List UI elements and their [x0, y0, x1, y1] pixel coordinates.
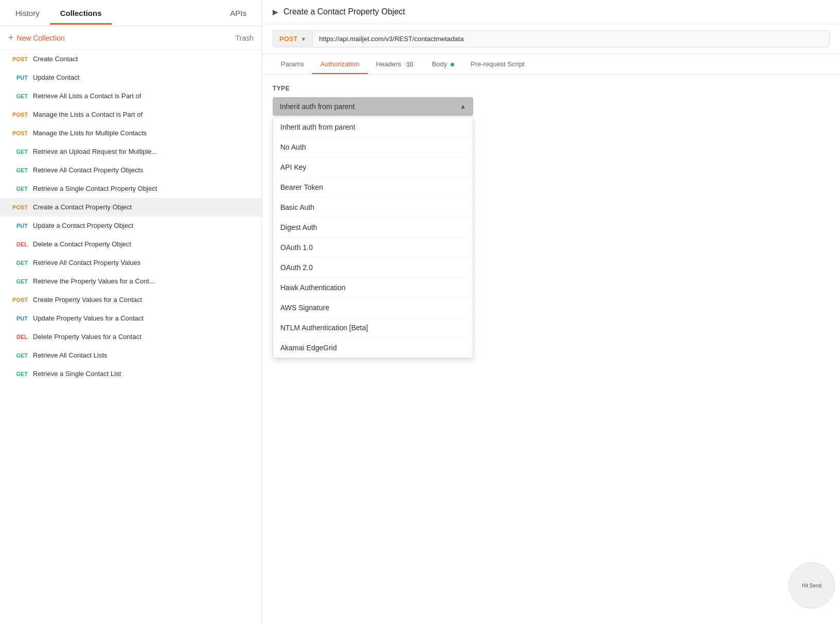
auth-option[interactable]: AWS Signature — [273, 298, 473, 318]
top-tabs: History Collections APIs — [0, 0, 262, 26]
item-name: Retrieve the Property Values for a Cont.… — [33, 277, 155, 285]
url-input[interactable] — [312, 30, 830, 47]
dropdown-arrow-icon: ▲ — [460, 103, 466, 110]
list-item[interactable]: POST Create a Contact Property Object — [0, 198, 262, 217]
right-panel: ▶ Create a Contact Property Object POST … — [262, 0, 840, 624]
method-selector[interactable]: POST ▼ — [273, 30, 312, 47]
tab-headers[interactable]: Headers 10 — [368, 54, 424, 74]
tab-collections[interactable]: Collections — [50, 2, 112, 25]
tab-body[interactable]: Body — [424, 54, 462, 74]
item-name: Update a Contact Property Object — [33, 222, 133, 229]
auth-option[interactable]: Hawk Authentication — [273, 278, 473, 298]
list-item[interactable]: GET Retrieve All Contact Lists — [0, 346, 262, 365]
method-badge: POST — [8, 112, 28, 118]
item-name: Retrieve All Lists a Contact is Part of — [33, 92, 141, 100]
list-item[interactable]: POST Manage the Lists for Multiple Conta… — [0, 124, 262, 142]
page-title: Create a Contact Property Object — [283, 7, 405, 16]
auth-option[interactable]: OAuth 1.0 — [273, 238, 473, 258]
list-item[interactable]: POST Create Contact — [0, 50, 262, 68]
list-item[interactable]: GET Retrieve an Upload Request for Multi… — [0, 142, 262, 161]
auth-option[interactable]: Bearer Token — [273, 177, 473, 198]
list-item[interactable]: GET Retrieve All Contact Property Values — [0, 254, 262, 272]
plus-icon: + — [8, 32, 14, 43]
list-item[interactable]: GET Retrieve a Single Contact List — [0, 365, 262, 383]
item-name: Retrieve All Contact Lists — [33, 351, 108, 359]
new-collection-bar: + New Collection Trash — [0, 26, 262, 50]
page-title-bar: ▶ Create a Contact Property Object — [262, 0, 840, 24]
auth-selected-value: Inherit auth from parent — [280, 102, 355, 111]
item-name: Retrieve All Contact Property Objects — [33, 166, 144, 174]
auth-option[interactable]: Akamai EdgeGrid — [273, 338, 473, 358]
method-badge: GET — [8, 186, 28, 192]
list-item[interactable]: GET Retrieve a Single Contact Property O… — [0, 180, 262, 198]
item-name: Retrieve an Upload Request for Multiple.… — [33, 148, 157, 155]
auth-content: TYPE Inherit auth from parent ▲ Inherit … — [262, 75, 840, 624]
chevron-right-icon: ▶ — [273, 8, 278, 16]
tab-pre-request[interactable]: Pre-request Script — [462, 54, 533, 74]
auth-type-dropdown[interactable]: Inherit auth from parent ▲ Inherit auth … — [273, 97, 473, 116]
method-dropdown-arrow: ▼ — [300, 36, 306, 42]
auth-option[interactable]: Basic Auth — [273, 198, 473, 218]
list-item[interactable]: PUT Update Contact — [0, 68, 262, 87]
item-name: Update Contact — [33, 74, 79, 81]
tab-apis[interactable]: APIs — [220, 2, 257, 25]
list-item[interactable]: DEL Delete a Contact Property Object — [0, 235, 262, 254]
trash-button[interactable]: Trash — [236, 34, 254, 42]
auth-option[interactable]: NTLM Authentication [Beta] — [273, 318, 473, 338]
item-name: Delete Property Values for a Contact — [33, 333, 141, 341]
hit-send-label: Hit Send — [802, 583, 821, 589]
method-badge: GET — [8, 93, 28, 99]
item-name: Manage the Lists for Multiple Contacts — [33, 129, 147, 137]
auth-dropdown-menu: Inherit auth from parentNo AuthAPI KeyBe… — [273, 117, 473, 358]
list-item[interactable]: GET Retrieve All Lists a Contact is Part… — [0, 87, 262, 105]
item-name: Retrieve a Single Contact Property Objec… — [33, 185, 157, 192]
collection-list: POST Create Contact PUT Update Contact G… — [0, 50, 262, 624]
method-badge: DEL — [8, 241, 28, 247]
auth-option[interactable]: Inherit auth from parent — [273, 117, 473, 137]
item-name: Update Property Values for a Contact — [33, 314, 144, 322]
list-item[interactable]: POST Manage the Lists a Contact is Part … — [0, 105, 262, 124]
new-collection-label: New Collection — [17, 34, 65, 42]
method-badge: POST — [8, 297, 28, 303]
item-name: Create Contact — [33, 55, 78, 63]
auth-option[interactable]: OAuth 2.0 — [273, 258, 473, 278]
item-name: Retrieve a Single Contact List — [33, 370, 121, 378]
method-label: POST — [279, 35, 297, 43]
list-item[interactable]: DEL Delete Property Values for a Contact — [0, 328, 262, 346]
item-name: Create Property Values for a Contact — [33, 296, 142, 304]
new-collection-button[interactable]: + New Collection — [8, 32, 65, 43]
auth-option[interactable]: API Key — [273, 157, 473, 177]
tab-history[interactable]: History — [5, 2, 50, 25]
item-name: Retrieve All Contact Property Values — [33, 259, 140, 266]
auth-option[interactable]: No Auth — [273, 137, 473, 157]
method-badge: POST — [8, 56, 28, 62]
list-item[interactable]: GET Retrieve All Contact Property Object… — [0, 161, 262, 180]
item-name: Create a Contact Property Object — [33, 203, 132, 211]
auth-option[interactable]: Digest Auth — [273, 218, 473, 238]
method-badge: PUT — [8, 75, 28, 81]
list-item[interactable]: PUT Update Property Values for a Contact — [0, 309, 262, 328]
left-panel: History Collections APIs + New Collectio… — [0, 0, 262, 624]
url-bar: POST ▼ — [262, 24, 840, 54]
method-badge: GET — [8, 167, 28, 173]
method-badge: PUT — [8, 223, 28, 229]
tab-params[interactable]: Params — [273, 54, 312, 74]
method-badge: DEL — [8, 334, 28, 340]
sub-tabs: Params Authorization Headers 10 Body Pre… — [262, 54, 840, 75]
hit-send-button[interactable]: Hit Send — [789, 562, 835, 609]
item-name: Manage the Lists a Contact is Part of — [33, 111, 142, 118]
list-item[interactable]: POST Create Property Values for a Contac… — [0, 291, 262, 309]
method-badge: GET — [8, 278, 28, 284]
method-badge: GET — [8, 371, 28, 377]
method-badge: GET — [8, 149, 28, 155]
auth-dropdown-selected[interactable]: Inherit auth from parent ▲ — [273, 97, 473, 116]
type-label: TYPE — [273, 85, 830, 92]
method-badge: GET — [8, 260, 28, 266]
method-badge: GET — [8, 352, 28, 359]
headers-count-badge: 10 — [404, 61, 415, 68]
tab-authorization[interactable]: Authorization — [312, 54, 368, 74]
method-badge: PUT — [8, 315, 28, 322]
list-item[interactable]: GET Retrieve the Property Values for a C… — [0, 272, 262, 291]
list-item[interactable]: PUT Update a Contact Property Object — [0, 217, 262, 235]
body-indicator-dot — [451, 63, 454, 66]
